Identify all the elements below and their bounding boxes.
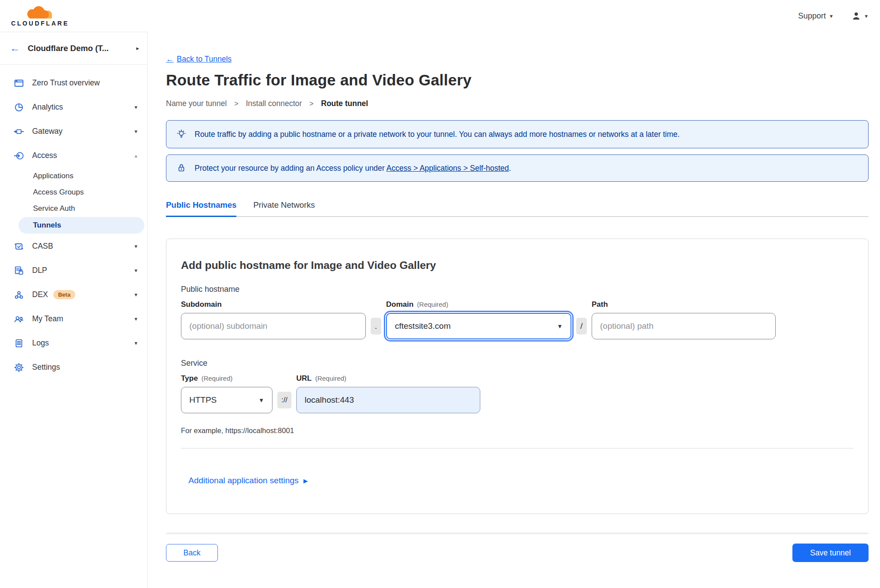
sidebar-item-logs[interactable]: Logs ▾ [0, 331, 147, 355]
sidebar-item-dex[interactable]: DEX Beta ▾ [0, 283, 147, 307]
domain-field: Domain (Required) cftestsite3.com ▼ [386, 300, 571, 339]
back-to-tunnels-link[interactable]: ← Back to Tunnels [166, 55, 232, 64]
sidebar-account-header: ← Cloudflare Demo (T... ▸ [0, 32, 147, 65]
subdomain-label: Subdomain [181, 300, 366, 309]
sidebar-item-dlp[interactable]: DLP ▾ [0, 258, 147, 283]
cloudflare-logo[interactable]: CLOUDFLARE [7, 5, 73, 27]
dot-separator: . [371, 318, 381, 334]
tab-private-networks[interactable]: Private Networks [253, 200, 315, 216]
step-name-your-tunnel[interactable]: Name your tunnel [166, 99, 227, 108]
url-input[interactable] [296, 387, 480, 413]
window-icon [13, 77, 25, 89]
domain-label: Domain (Required) [386, 300, 571, 309]
type-label: Type (Required) [181, 374, 272, 383]
sidebar-item-label: DEX [32, 290, 48, 299]
domain-select-value: cftestsite3.com [395, 321, 451, 331]
footer-actions: Back Save tunnel [166, 544, 869, 562]
public-hostname-section-label: Public hostname [181, 285, 854, 294]
sidebar-item-casb[interactable]: CASB ▾ [0, 234, 147, 258]
sidebar-item-tunnels[interactable]: Tunnels [18, 217, 144, 234]
lock-icon [176, 162, 187, 174]
sidebar-item-label: Access [32, 151, 57, 160]
caret-down-icon: ▾ [865, 13, 868, 19]
lightbulb-icon [176, 129, 187, 140]
step-route-tunnel: Route tunnel [321, 99, 368, 108]
additional-settings-label: Additional application settings [188, 476, 298, 485]
route-traffic-info-banner: Route traffic by adding a public hostnam… [166, 120, 869, 148]
sidebar-item-label: CASB [32, 242, 53, 251]
access-applications-self-hosted-link[interactable]: Access > Applications > Self-hosted [387, 164, 509, 173]
sidebar-item-applications[interactable]: Applications [0, 168, 147, 184]
select-caret-icon: ▼ [258, 397, 264, 404]
caret-down-icon: ▾ [134, 243, 137, 250]
save-tunnel-button[interactable]: Save tunnel [792, 544, 869, 562]
sidebar-item-my-team[interactable]: My Team ▾ [0, 307, 147, 331]
main-content: ← Back to Tunnels Route Traffic for Imag… [147, 32, 880, 588]
network-nodes-icon [13, 289, 25, 301]
sidebar: ← Cloudflare Demo (T... ▸ Zero Trust ove… [0, 32, 147, 588]
slash-separator: / [576, 318, 587, 334]
hostname-field-row: Subdomain . Domain (Required) cftestsite… [181, 300, 854, 339]
sidebar-item-label: DLP [32, 266, 47, 275]
path-field: Path [592, 300, 776, 339]
expand-arrow-icon: ▶ [303, 478, 308, 484]
sidebar-item-zero-trust-overview[interactable]: Zero Trust overview [0, 71, 147, 95]
sidebar-item-settings[interactable]: Settings [0, 355, 147, 379]
service-type-field: Type (Required) HTTPS ▼ [181, 374, 272, 413]
type-label-text: Type [181, 374, 198, 383]
caret-down-icon: ▾ [134, 340, 137, 346]
sidebar-item-label: Gateway [32, 127, 63, 136]
sidebar-item-label: Analytics [32, 103, 63, 112]
caret-down-icon: ▾ [134, 291, 137, 298]
step-install-connector[interactable]: Install connector [246, 99, 302, 108]
additional-application-settings-toggle[interactable]: Additional application settings ▶ [188, 476, 308, 485]
footer-divider [166, 533, 869, 534]
required-hint: (Required) [201, 375, 232, 382]
caret-down-icon: ▾ [134, 316, 137, 322]
user-menu[interactable]: ▾ [851, 11, 868, 21]
card-heading: Add public hostname for Image and Video … [181, 259, 854, 272]
access-subnav: Applications Access Groups Service Auth … [0, 168, 147, 234]
service-section-label: Service [181, 359, 854, 368]
sidebar-item-label: Applications [33, 172, 74, 180]
top-bar: CLOUDFLARE Support ▾ ▾ [0, 0, 880, 32]
sidebar-item-access[interactable]: Access ▴ [0, 143, 147, 168]
tab-public-hostnames[interactable]: Public Hostnames [166, 200, 236, 217]
page-title: Route Traffic for Image and Video Galler… [166, 71, 869, 89]
document-lock-icon [13, 265, 25, 276]
service-url-field: URL (Required) [296, 374, 480, 413]
sidebar-item-label: Settings [32, 363, 60, 372]
account-name: Cloudflare Demo (T... [28, 44, 136, 53]
add-public-hostname-card: Add public hostname for Image and Video … [166, 239, 869, 514]
support-menu[interactable]: Support ▾ [798, 11, 833, 21]
caret-up-icon: ▴ [134, 152, 137, 159]
logs-list-icon [13, 338, 25, 349]
sidebar-item-label: Tunnels [33, 221, 61, 230]
domain-label-text: Domain [386, 300, 413, 309]
path-input[interactable] [592, 313, 776, 339]
step-separator: > [309, 100, 313, 108]
url-example-text: For example, https://localhost:8001 [181, 426, 854, 435]
chevron-right-icon[interactable]: ▸ [136, 45, 139, 51]
card-divider [181, 448, 854, 448]
beta-badge: Beta [53, 290, 75, 299]
back-button[interactable]: Back [166, 544, 218, 562]
gateway-icon [13, 126, 25, 137]
access-login-icon [13, 150, 25, 162]
url-label: URL (Required) [296, 374, 480, 383]
access-policy-text: Protect your resource by adding an Acces… [195, 164, 511, 173]
sidebar-item-service-auth[interactable]: Service Auth [0, 200, 147, 217]
back-arrow-icon[interactable]: ← [10, 43, 20, 53]
sidebar-item-analytics[interactable]: Analytics ▾ [0, 95, 147, 119]
breadcrumb-steps: Name your tunnel > Install connector > R… [166, 99, 869, 108]
caret-down-icon: ▾ [830, 13, 833, 19]
select-caret-icon: ▼ [557, 323, 563, 330]
back-link-label: Back to Tunnels [177, 55, 232, 64]
sidebar-item-label: Access Groups [33, 188, 84, 197]
sidebar-item-access-groups[interactable]: Access Groups [0, 184, 147, 200]
subdomain-input[interactable] [181, 313, 366, 339]
service-type-select[interactable]: HTTPS ▼ [181, 387, 272, 413]
sidebar-item-label: Zero Trust overview [32, 78, 100, 88]
domain-select[interactable]: cftestsite3.com ▼ [386, 313, 571, 339]
sidebar-item-gateway[interactable]: Gateway ▾ [0, 119, 147, 143]
